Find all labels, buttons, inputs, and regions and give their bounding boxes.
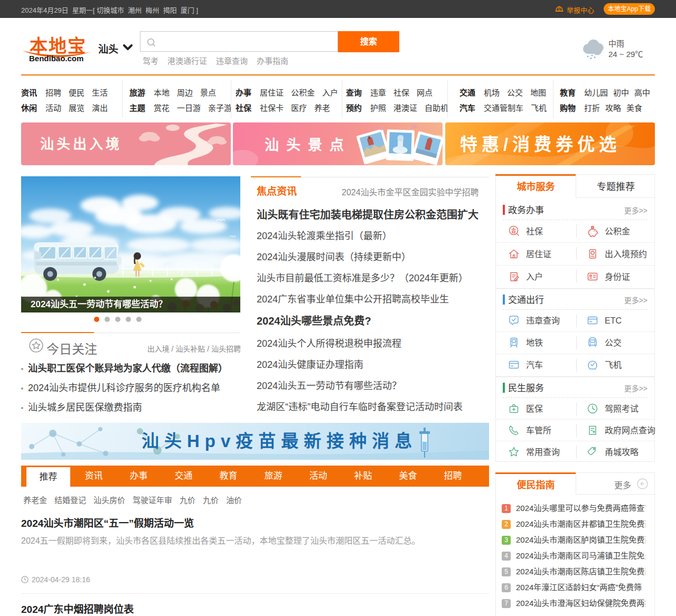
- svg-text:特惠/消费券优选: 特惠/消费券优选: [460, 135, 621, 154]
- svg-text:汕头景点: 汕头景点: [265, 137, 351, 153]
- svg-text:汕头出入境: 汕头出入境: [40, 136, 122, 152]
- svg-text:汕头Hpv疫苗最新接种消息: 汕头Hpv疫苗最新接种消息: [142, 431, 417, 451]
